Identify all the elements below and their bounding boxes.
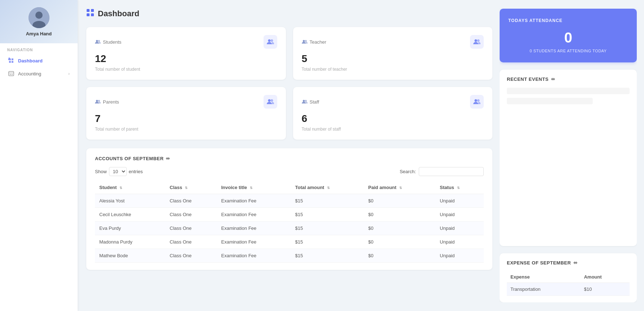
svg-point-10 — [96, 40, 98, 42]
col-class[interactable]: Class ⇅ — [165, 181, 217, 194]
cell-student: Eva Purdy — [95, 222, 165, 235]
stat-card-teacher: Teacher 5 Total number of teacher — [293, 27, 493, 80]
event-placeholder-2 — [507, 98, 593, 104]
sidebar-item-label-dashboard: Dashboard — [18, 58, 43, 63]
search-input[interactable] — [419, 167, 484, 176]
cell-total_amount: $15 — [291, 208, 364, 222]
sidebar-item-dashboard[interactable]: Dashboard — [4, 54, 73, 67]
stat-label-staff: Staff — [302, 99, 319, 105]
attendance-subtitle: 0 STUDENTS ARE ATTENDING TODAY — [508, 49, 628, 53]
cell-student: Alessia Yost — [95, 194, 165, 208]
cell-total_amount: $15 — [291, 235, 364, 249]
col-status[interactable]: Status ⇅ — [435, 181, 484, 194]
stat-value-parents: 7 — [95, 113, 277, 124]
table-controls: Show 10 25 50 entries Search: — [95, 167, 484, 176]
accounts-section: ACCOUNTS OF SEPTEMBER ⬌ Show 10 25 50 en… — [86, 148, 492, 270]
sidebar-item-accounting[interactable]: Accounting › — [4, 67, 73, 80]
cell-paid_amount: $0 — [364, 235, 435, 249]
students-label-icon — [95, 39, 101, 45]
stat-card-header-staff: Staff — [302, 95, 484, 109]
search-box: Search: — [400, 167, 484, 176]
expense-title: EXPENSE OF SEPTEMBER ⬌ — [507, 260, 630, 266]
col-student[interactable]: Student ⇅ — [95, 181, 165, 194]
svg-point-15 — [305, 40, 307, 42]
entries-select[interactable]: 10 25 50 — [109, 167, 127, 176]
cell-paid_amount: $0 — [364, 194, 435, 208]
svg-rect-4 — [10, 74, 11, 75]
expense-row: Transportation$10 — [507, 283, 630, 296]
sort-icon-total: ⇅ — [327, 186, 330, 190]
cell-invoice_title: Examination Fee — [217, 194, 291, 208]
svg-point-24 — [475, 99, 477, 102]
sort-icon-paid: ⇅ — [399, 186, 402, 190]
expense-col-expense: Expense — [507, 271, 580, 283]
dashboard-header-icon — [86, 9, 94, 18]
events-link-icon: ⬌ — [551, 76, 556, 82]
sidebar: Amya Hand NAVIGATION Dashboard Ac — [0, 0, 78, 311]
accounting-icon — [8, 70, 14, 77]
cell-invoice_title: Examination Fee — [217, 222, 291, 235]
svg-point-12 — [268, 39, 270, 42]
stat-value-students: 12 — [95, 53, 277, 65]
sort-icon-class: ⇅ — [185, 186, 188, 190]
svg-point-17 — [477, 39, 480, 42]
cell-paid_amount: $0 — [364, 222, 435, 235]
attendance-number: 0 — [508, 30, 628, 46]
svg-rect-3 — [9, 71, 14, 76]
cell-paid_amount: $0 — [364, 208, 435, 222]
cell-student: Mathew Bode — [95, 249, 165, 263]
stat-value-teacher: 5 — [302, 53, 484, 65]
cell-total_amount: $15 — [291, 194, 364, 208]
navigation: NAVIGATION Dashboard Accounting › — [0, 45, 78, 80]
svg-point-23 — [305, 100, 307, 102]
cell-class: Class One — [165, 235, 217, 249]
cell-student: Cecil Leuschke — [95, 208, 165, 222]
staff-icon-box — [470, 95, 484, 109]
cell-total_amount: $15 — [291, 222, 364, 235]
svg-rect-6 — [87, 9, 90, 12]
stat-desc-students: Total number of student — [95, 67, 277, 72]
stat-label-parents: Parents — [95, 99, 119, 105]
students-icon-box — [264, 35, 277, 49]
col-invoice-title[interactable]: Invoice title ⇅ — [217, 181, 291, 194]
cell-class: Class One — [165, 249, 217, 263]
col-total-amount[interactable]: Total amount ⇅ — [291, 181, 364, 194]
svg-point-16 — [475, 39, 477, 42]
expense-col-amount: Amount — [580, 271, 630, 283]
dashboard-icon — [8, 57, 14, 64]
accounts-table: Student ⇅ Class ⇅ Invoice title ⇅ — [95, 181, 484, 263]
user-name: Amya Hand — [26, 31, 52, 36]
svg-rect-7 — [91, 9, 94, 12]
events-list — [507, 88, 630, 109]
sort-icon-invoice: ⇅ — [250, 186, 253, 190]
cell-total_amount: $15 — [291, 249, 364, 263]
cell-class: Class One — [165, 208, 217, 222]
table-header: Student ⇅ Class ⇅ Invoice title ⇅ — [95, 181, 484, 194]
recent-events-title: RECENT EVENTS ⬌ — [507, 76, 630, 82]
page-title: Dashboard — [98, 9, 139, 18]
svg-point-1 — [35, 12, 43, 19]
chevron-right-icon: › — [68, 71, 70, 76]
stat-desc-parents: Total number of parent — [95, 127, 277, 132]
table-row: Mathew BodeClass OneExamination Fee$15$0… — [95, 249, 484, 263]
cell-student: Madonna Purdy — [95, 235, 165, 249]
cell-paid_amount: $0 — [364, 249, 435, 263]
expense-table-header: Expense Amount — [507, 271, 630, 283]
col-paid-amount[interactable]: Paid amount ⇅ — [364, 181, 435, 194]
expense-table-body: Transportation$10 — [507, 283, 630, 296]
attendance-card: TODAYS ATTENDANCE 0 0 STUDENTS ARE ATTEN… — [500, 9, 637, 62]
cell-status: Unpaid — [435, 194, 484, 208]
accounts-title: ACCOUNTS OF SEPTEMBER ⬌ — [95, 156, 484, 161]
table-row: Madonna PurdyClass OneExamination Fee$15… — [95, 235, 484, 249]
parents-icon-box — [264, 95, 277, 109]
cell-invoice_title: Examination Fee — [217, 208, 291, 222]
right-panel: TODAYS ATTENDANCE 0 0 STUDENTS ARE ATTEN… — [500, 9, 637, 302]
cell-class: Class One — [165, 194, 217, 208]
attendance-title: TODAYS ATTENDANCE — [508, 18, 628, 23]
sort-icon-student: ⇅ — [119, 186, 122, 190]
svg-point-20 — [268, 99, 270, 102]
svg-point-11 — [98, 40, 100, 42]
teacher-icon-box — [470, 35, 484, 49]
stat-value-staff: 6 — [302, 113, 484, 124]
svg-point-25 — [477, 99, 480, 102]
